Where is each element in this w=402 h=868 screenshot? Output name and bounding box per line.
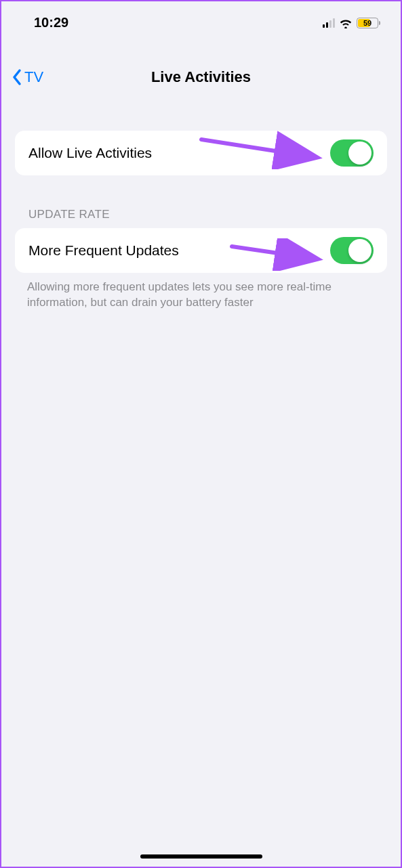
update-rate-group: More Frequent Updates [15, 228, 387, 273]
update-rate-header: UPDATE RATE [15, 175, 387, 228]
cellular-signal-icon [323, 18, 336, 28]
wifi-icon [339, 18, 353, 28]
allow-activities-group: Allow Live Activities [15, 131, 387, 175]
chevron-left-icon [11, 68, 23, 87]
more-frequent-updates-toggle[interactable] [330, 237, 374, 264]
back-label: TV [24, 68, 43, 86]
status-indicators: 59 [323, 18, 381, 28]
more-frequent-updates-row: More Frequent Updates [15, 228, 387, 273]
battery-icon: 59 [357, 18, 380, 28]
navigation-bar: TV Live Activities [1, 58, 401, 97]
page-title: Live Activities [151, 68, 251, 86]
allow-live-activities-label: Allow Live Activities [28, 145, 152, 161]
allow-live-activities-row: Allow Live Activities [15, 131, 387, 175]
allow-live-activities-toggle[interactable] [330, 139, 374, 167]
home-indicator[interactable] [140, 854, 262, 859]
status-bar: 10:29 59 [1, 1, 401, 39]
back-button[interactable]: TV [11, 68, 43, 87]
update-rate-footer: Allowing more frequent updates lets you … [15, 273, 387, 311]
battery-percent: 59 [357, 18, 378, 28]
status-time: 10:29 [34, 15, 68, 30]
more-frequent-updates-label: More Frequent Updates [28, 242, 179, 259]
